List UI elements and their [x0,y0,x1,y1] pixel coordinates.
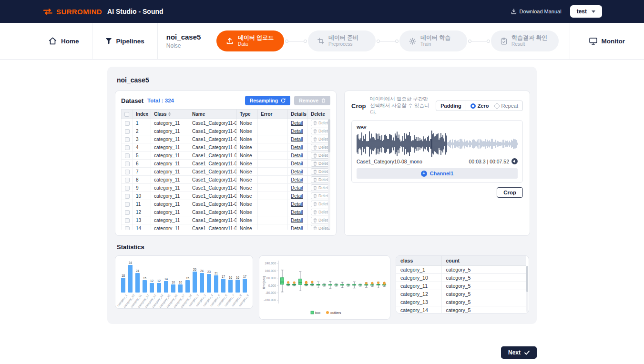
volume-icon[interactable] [511,158,518,164]
row-index: 11 [133,200,151,208]
row-delete-button[interactable]: Delete [311,184,330,191]
crop-button[interactable]: Crop [497,187,523,198]
nav-bar: Home Pipelines noi_case5 Noise 데이터 업로드Da… [0,23,644,60]
row-delete-button[interactable]: Delete [311,168,330,175]
detail-link[interactable]: Detail [291,129,303,134]
row-error [258,143,288,152]
row-checkbox[interactable] [125,194,130,199]
playhead-cursor[interactable] [431,131,432,157]
resampling-button[interactable]: Resampling [245,96,291,105]
table-scrollbar[interactable] [328,119,330,229]
row-delete-button[interactable]: Delete [311,120,330,126]
wave-box: WAV Case1_Category10-08_mono 00:03.3 | 0… [351,120,523,183]
detail-link[interactable]: Detail [291,210,303,215]
nav-pipelines[interactable]: Pipelines [92,23,157,59]
bar: 18 [120,274,127,293]
detail-link[interactable]: Detail [291,202,303,207]
row-delete-button[interactable]: Delete [311,217,330,223]
row-checkbox[interactable] [125,121,130,126]
padding-option-zero[interactable]: Zero [470,103,489,109]
row-index: 7 [133,168,151,176]
step-preprocess[interactable]: 데이터 준비Preprocess [308,30,376,51]
row-name: Case1_Category11-06 [189,152,237,160]
detail-link[interactable]: Detail [291,153,303,158]
row-checkbox[interactable] [125,178,130,182]
user-menu-button[interactable]: test [570,5,602,18]
step-connector [471,41,487,41]
stats-count: category_5 [441,298,526,306]
page-title: noi_case5 [117,76,529,84]
channel-tab[interactable]: + Channel1 [357,168,518,179]
row-delete-button[interactable]: Delete [311,144,330,151]
stats-table-scrollbar[interactable] [526,266,528,312]
row-delete-button[interactable]: Delete [311,225,330,230]
row-class: category_11 [151,224,189,230]
home-icon [49,37,57,45]
detail-link[interactable]: Detail [291,145,303,150]
scrollbar-thumb[interactable] [328,119,330,152]
row-type: Noise [237,152,258,160]
col-class[interactable]: Class [151,110,189,119]
download-icon [511,9,517,14]
row-class: category_11 [151,168,189,176]
detail-link[interactable]: Detail [291,226,303,230]
row-checkbox[interactable] [125,137,130,142]
row-checkbox[interactable] [125,202,130,207]
col-name: Name [189,110,237,119]
row-delete-button[interactable]: Delete [311,176,330,183]
next-button[interactable]: Next [501,346,537,359]
detail-link[interactable]: Detail [291,218,303,223]
row-delete-button[interactable]: Delete [311,201,330,207]
bar-value: 15 [143,276,146,280]
row-checkbox[interactable] [125,186,130,191]
row-checkbox[interactable] [125,129,130,134]
select-all-checkbox[interactable] [124,112,129,117]
row-checkbox[interactable] [125,226,130,230]
row-delete-button[interactable]: Delete [311,128,330,134]
detail-link[interactable]: Detail [291,177,303,182]
row-index: 3 [133,135,151,143]
scrollbar-thumb[interactable] [526,266,528,292]
step-train[interactable]: 데이터 학습Train [399,30,467,51]
stepper: 데이터 업로드Data데이터 준비Preprocess데이터 학습Train학습… [205,23,569,59]
step-data[interactable]: 데이터 업로드Data [216,30,284,51]
row-class: category_11 [151,143,189,152]
bar: 12 [155,279,163,293]
row-delete-button[interactable]: Delete [311,192,330,199]
row-delete-button[interactable]: Delete [311,136,330,142]
bar-value: 18 [122,274,125,277]
logo: SURROMIND AI Studio - Sound [43,8,164,16]
row-type: Noise [237,224,258,230]
row-checkbox[interactable] [125,162,130,166]
row-index: 13 [133,216,151,224]
row-checkbox[interactable] [125,153,130,158]
detail-link[interactable]: Detail [291,185,303,191]
row-checkbox[interactable] [125,218,130,223]
row-delete-button[interactable]: Delete [311,160,330,167]
row-name: Case1_Category11-06 [189,200,237,208]
detail-link[interactable]: Detail [291,161,303,166]
row-checkbox[interactable] [125,210,130,215]
padding-option-repeat[interactable]: Repeat [494,103,518,109]
nav-monitor[interactable]: Monitor [570,23,644,59]
nav-home[interactable]: Home [36,23,92,59]
stats-table-body: category_1category_5category_10category_… [396,265,526,313]
detail-link[interactable]: Detail [291,137,303,142]
detail-link[interactable]: Detail [291,193,303,199]
row-checkbox[interactable] [125,145,130,150]
row-class: category_11 [151,160,189,168]
row-class: category_11 [151,184,189,192]
detail-link[interactable]: Detail [291,169,303,174]
step-result[interactable]: 학습결과 확인Result [491,30,559,51]
waveform-display[interactable] [357,131,518,157]
detail-link[interactable]: Detail [291,121,303,126]
download-manual-link[interactable]: Download Manual [511,9,562,14]
bar-value: 10 [179,281,182,284]
row-type: Noise [237,216,258,224]
bar: 17 [241,275,248,293]
row-class: category_11 [151,135,189,143]
row-delete-button[interactable]: Delete [311,209,330,215]
row-delete-button[interactable]: Delete [311,152,330,159]
row-checkbox[interactable] [125,170,130,174]
stats-row: category_13category_5 [396,298,526,306]
